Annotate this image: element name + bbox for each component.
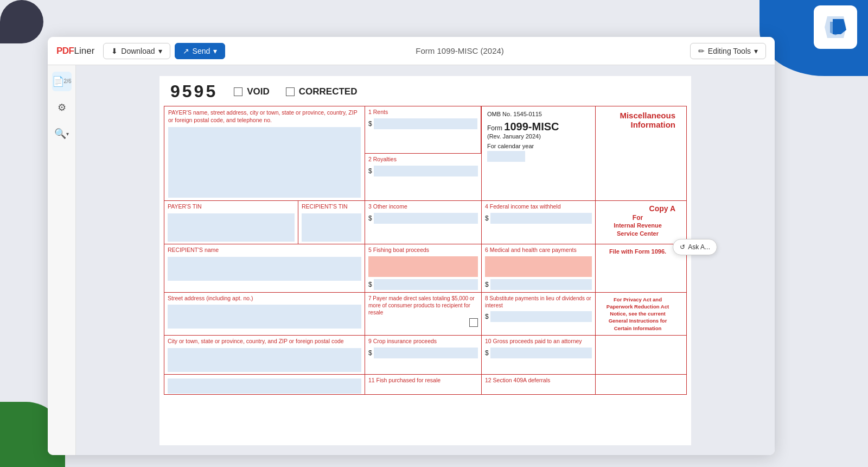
medical-label: 6 Medical and health care payments (485, 247, 592, 254)
editing-tools-button[interactable]: ✏ Editing Tools ▾ (690, 43, 766, 59)
corrected-checkbox[interactable] (286, 87, 295, 96)
sidebar-item-pages[interactable]: 📄 2/6 (52, 72, 72, 91)
medical-input[interactable] (490, 279, 592, 290)
side-spacer-5 (596, 336, 680, 374)
recipient-tin-input[interactable] (302, 213, 361, 242)
send-chevron-icon: ▾ (213, 47, 217, 55)
crop-input[interactable] (374, 348, 478, 358)
rev-date: (Rev. January 2024) (487, 133, 590, 140)
privacy-panel: For Privacy Act and Paperwork Reduction … (596, 293, 680, 335)
ask-ai-label: Ask A... (688, 243, 710, 251)
omb-number: OMB No. 1545-0115 (487, 111, 590, 117)
sidebar-item-settings[interactable]: ⚙ (52, 98, 72, 117)
copy-a-for: For (600, 214, 675, 222)
sidebar-item-zoom[interactable]: 🔍 ▾ (52, 124, 72, 143)
settings-icon: ⚙ (58, 102, 66, 113)
crop-label: 9 Crop insurance proceeds (368, 338, 478, 345)
direct-sales-checkbox[interactable] (469, 318, 478, 327)
void-checkbox[interactable] (234, 87, 242, 96)
form-row-6: 11 Fish purchased for resale 12 Section … (164, 375, 686, 394)
rents-cell: 1 Rents $ (365, 106, 481, 154)
ask-ai-button[interactable]: ↺ Ask A... (673, 239, 717, 255)
misc-info-panel: Miscellaneous Information (596, 106, 680, 200)
rents-input[interactable] (374, 118, 477, 129)
recipient-name-input[interactable] (168, 257, 361, 281)
void-area: VOID (234, 86, 270, 97)
copy-a-label: Copy A (600, 204, 675, 213)
form-barcode-number: 9595 (170, 81, 218, 102)
royalties-cell: 2 Royalties $ (365, 154, 481, 200)
payer-tin-cell: PAYER'S TIN (164, 201, 298, 244)
substitute-input[interactable] (490, 311, 592, 322)
payer-name-label: PAYER'S name, street address, city or to… (168, 109, 361, 124)
other-income-dollar-sign: $ (368, 214, 372, 222)
calendar-year-input[interactable] (487, 151, 525, 162)
rents-label: 1 Rents (368, 109, 477, 116)
recipient-name-cell: RECIPIENT'S name (164, 244, 365, 292)
crop-dollar-sign: $ (368, 349, 372, 357)
payer-name-input[interactable] (168, 127, 361, 198)
gross-proceeds-cell: 10 Gross proceeds paid to an attorney $ (482, 336, 596, 374)
substitute-dollar-sign: $ (485, 313, 489, 320)
irs-label: Internal RevenueService Center (600, 222, 675, 237)
substitute-payments-cell: 8 Substitute payments in lieu of dividen… (482, 293, 596, 335)
royalties-label: 2 Royalties (368, 156, 478, 163)
corrected-area: CORRECTED (286, 86, 358, 97)
recipient-name-label: RECIPIENT'S name (168, 247, 361, 254)
fishing-label: 5 Fishing boat proceeds (368, 247, 478, 254)
rents-dollar-row: $ (368, 118, 477, 129)
other-income-cell: 3 Other income $ (365, 201, 482, 244)
form-1099-title-area: Form 1099-MISC (487, 121, 590, 133)
direct-sales-label: 7 Payer made direct sales totaling $5,00… (368, 295, 478, 316)
fishing-input[interactable] (374, 279, 478, 290)
form-row-5: City or town, state or province, country… (164, 336, 686, 375)
form-row-3: RECIPIENT'S name 5 Fishing boat proceeds… (164, 244, 686, 293)
download-icon: ⬇ (111, 47, 118, 55)
logo-pdf: PDF (56, 46, 74, 56)
document-title: Form 1099-MISC (2024) (229, 46, 690, 55)
city-cell: City or town, state or province, country… (164, 336, 365, 374)
crop-cell: 9 Crop insurance proceeds $ (365, 336, 482, 374)
zoom-icon: 🔍 (54, 128, 66, 140)
zoom-chevron-icon: ▾ (66, 131, 69, 137)
federal-tax-dollar-sign: $ (485, 214, 489, 222)
send-label: Send (193, 47, 210, 55)
street-address-input[interactable] (168, 305, 361, 329)
fish-purchased-cell: 11 Fish purchased for resale (365, 375, 482, 394)
street-address-cell: Street address (including apt. no.) (164, 293, 365, 335)
other-income-input[interactable] (374, 213, 478, 224)
misc-info-title: Miscellaneous Information (600, 111, 675, 129)
download-chevron-icon: ▾ (158, 47, 162, 55)
payer-tin-input[interactable] (168, 213, 295, 242)
send-button[interactable]: ↗ Send ▾ (175, 43, 226, 59)
royalties-dollar-sign: $ (368, 167, 372, 175)
fish-purchased-label: 11 Fish purchased for resale (368, 377, 478, 384)
federal-tax-input[interactable] (490, 213, 592, 224)
app-logo-decoration (814, 5, 857, 49)
federal-tax-dollar-row: $ (485, 213, 592, 224)
city-input[interactable] (168, 348, 361, 372)
substitute-payments-label: 8 Substitute payments in lieu of dividen… (485, 295, 592, 309)
omb-cell: OMB No. 1545-0115 Form 1099-MISC (Rev. J… (482, 106, 596, 200)
calendar-year-label: For calendar year (487, 143, 590, 149)
section-409a-cell: 12 Section 409A deferrals (482, 375, 596, 394)
content-area: 📄 2/6 ⚙ 🔍 ▾ 9595 VOID (48, 65, 775, 455)
empty-bottom-cell (164, 375, 365, 394)
page-indicator: 2/6 (64, 78, 72, 85)
form-header: 9595 VOID CORRECTED (159, 76, 691, 106)
street-address-label: Street address (including apt. no.) (168, 295, 361, 302)
logo: PDF Liner (56, 46, 94, 56)
gross-proceeds-input[interactable] (490, 348, 592, 358)
corrected-label: CORRECTED (299, 86, 358, 97)
download-label: Download (121, 47, 155, 55)
side-spacer-6 (596, 375, 680, 394)
download-button[interactable]: ⬇ Download ▾ (103, 43, 170, 59)
copy-a-panel: Copy A For Internal RevenueService Cente… (596, 201, 680, 244)
editing-tools-label: Editing Tools (708, 47, 751, 55)
federal-tax-cell: 4 Federal income tax withheld $ (482, 201, 596, 244)
royalties-input[interactable] (374, 166, 478, 176)
direct-sales-cell: 7 Payer made direct sales totaling $5,00… (365, 293, 482, 335)
form-row-4: Street address (including apt. no.) 7 Pa… (164, 293, 686, 336)
bottom-input[interactable] (168, 378, 361, 394)
form-row-2: PAYER'S TIN RECIPIENT'S TIN 3 Other inco… (164, 201, 686, 244)
